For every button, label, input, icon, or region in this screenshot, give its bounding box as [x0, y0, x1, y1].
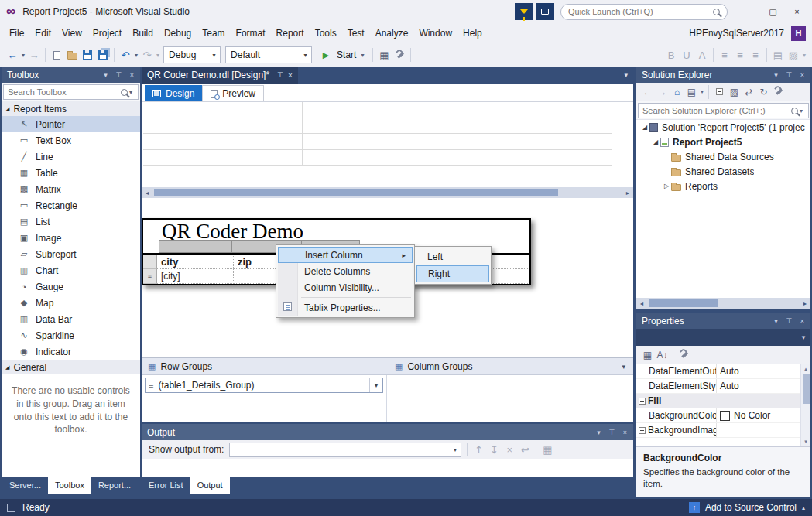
toolbox-item-gauge[interactable]: ◔Gauge [2, 279, 140, 295]
categorized-icon[interactable]: ▦ [640, 347, 655, 363]
collapse-icon[interactable] [639, 398, 646, 405]
bold-icon[interactable]: B [663, 46, 679, 63]
tree-node-reports[interactable]: ▷ Reports [636, 179, 810, 193]
solution-configurations-dropdown[interactable]: Debug ▾ [163, 46, 221, 63]
signed-in-account[interactable]: HPEnvySqlServer2017 [689, 28, 784, 39]
close-icon[interactable]: × [125, 71, 139, 79]
underline-icon[interactable]: U [679, 46, 694, 63]
property-value[interactable]: Auto [716, 364, 800, 378]
toolbox-item-indicator[interactable]: ◉Indicator [2, 343, 140, 360]
document-tab[interactable]: QR Coder Demo.rdl [Design]* ⊤ × [142, 67, 298, 84]
search-options-caret-icon[interactable]: ▾ [798, 108, 804, 114]
toolbox-item-map[interactable]: ◆Map [2, 295, 140, 311]
solution-search-input[interactable] [642, 106, 791, 115]
output-content[interactable] [142, 459, 633, 477]
toolbox-item-list[interactable]: ▤List [2, 214, 140, 230]
toolbox-group-report-items[interactable]: ◢ Report Items [2, 101, 140, 116]
tab-design[interactable]: Design [145, 85, 202, 101]
properties-object-dropdown[interactable]: ▾ [636, 329, 810, 346]
row-handle-details[interactable]: ≡ [143, 269, 157, 284]
alphabetical-sort-icon[interactable]: A↓ [655, 347, 670, 363]
search-options-caret-icon[interactable]: ▾ [128, 89, 134, 96]
undo-icon[interactable]: ↶ [118, 46, 133, 63]
toolbox-item-databar[interactable]: ▥Data Bar [2, 311, 140, 327]
tab-toolbox[interactable]: Toolbox [48, 477, 91, 494]
toolbox-item-subreport[interactable]: ▱Subreport [2, 246, 140, 262]
scrollbar-track[interactable] [647, 298, 800, 309]
quick-launch[interactable] [560, 4, 728, 20]
save-icon[interactable] [80, 46, 95, 63]
collapsed-icon[interactable]: ▷ [662, 183, 671, 190]
next-message-icon[interactable]: ↧ [486, 441, 502, 458]
output-header[interactable]: Output ▾ ⊤ × [142, 424, 633, 440]
account-avatar[interactable]: H [791, 26, 806, 41]
filter-icon[interactable] [515, 3, 533, 20]
scrollbar-thumb[interactable] [803, 374, 810, 404]
pin-icon[interactable]: ⊤ [605, 429, 618, 436]
save-all-icon[interactable] [95, 46, 111, 63]
scrollbar-thumb[interactable] [649, 299, 718, 307]
solution-platforms-dropdown[interactable]: Default ▾ [225, 46, 312, 63]
switch-views-icon[interactable]: ▤ [684, 84, 699, 100]
properties-vertical-scrollbar[interactable]: ▴ ▾ [800, 364, 810, 446]
align-center-icon[interactable]: ≡ [732, 46, 748, 63]
close-icon[interactable]: × [796, 71, 809, 79]
back-icon[interactable]: ← [640, 84, 655, 100]
solution-search[interactable]: ▾ [638, 103, 809, 118]
grouping-options-icon[interactable]: ▾ [622, 363, 633, 371]
find-in-files-icon[interactable]: ▦ [376, 46, 392, 63]
pin-icon[interactable]: ⊤ [112, 71, 125, 79]
menu-item-tablix-properties[interactable]: Tablix Properties... [278, 299, 413, 316]
switch-views-caret-icon[interactable]: ▾ [699, 88, 705, 95]
toolbox-item-image[interactable]: ▣Image [2, 230, 140, 246]
navigate-back-icon[interactable]: ← [5, 46, 20, 63]
tab-output[interactable]: Output [190, 477, 230, 494]
toolbox-item-matrix[interactable]: ▩Matrix [2, 181, 140, 197]
menu-help[interactable]: Help [457, 24, 488, 43]
toolbox-search[interactable]: ▾ [3, 84, 139, 100]
document-overflow-icon[interactable]: ▾ [624, 71, 633, 79]
toolbox-item-rectangle[interactable]: ▭Rectangle [2, 197, 140, 214]
navigate-back-caret-icon[interactable]: ▾ [20, 52, 26, 59]
maximize-button[interactable]: ▢ [761, 2, 785, 22]
tree-node-project[interactable]: ◢ Report Project5 [636, 135, 810, 149]
menu-debug[interactable]: Debug [159, 24, 197, 43]
properties-header[interactable]: Properties ▾ ⊤ × [636, 313, 810, 329]
forward-icon[interactable]: → [655, 84, 670, 100]
previous-message-icon[interactable]: ↥ [471, 441, 486, 458]
scroll-right-icon[interactable]: ► [622, 190, 633, 196]
tab-server-explorer[interactable]: Server... [2, 477, 48, 494]
close-icon[interactable]: × [288, 71, 293, 80]
navigate-forward-icon[interactable]: → [26, 46, 42, 63]
toggle-output-window-icon[interactable]: ▦ [540, 441, 555, 458]
menu-view[interactable]: View [57, 24, 87, 43]
tab-error-list[interactable]: Error List [142, 477, 190, 494]
window-position-icon[interactable]: ▾ [99, 71, 112, 79]
expanded-icon[interactable]: ◢ [651, 138, 660, 145]
row-group-item[interactable]: ≡ (table1_Details_Group) ▾ [145, 378, 383, 393]
feedback-icon[interactable] [536, 3, 554, 20]
undo-caret-icon[interactable]: ▾ [133, 52, 139, 59]
property-category-fill[interactable]: Fill [636, 394, 800, 408]
toolbox-group-general[interactable]: ◢ General [2, 360, 140, 374]
align-right-icon[interactable]: ≡ [748, 46, 763, 63]
menu-item-insert-column[interactable]: Insert Column ▸ [278, 247, 413, 263]
menu-window[interactable]: Window [413, 24, 457, 43]
menu-item-column-visibility[interactable]: Column Visibility... [278, 279, 413, 296]
property-row-dataelementstyle[interactable]: DataElementStyl Auto [636, 379, 800, 394]
menu-report[interactable]: Report [271, 24, 310, 43]
close-icon[interactable]: × [618, 429, 632, 436]
menu-tools[interactable]: Tools [310, 24, 342, 43]
open-file-icon[interactable] [64, 46, 80, 63]
redo-caret-icon[interactable]: ▾ [155, 52, 161, 59]
menu-item-left[interactable]: Left [416, 248, 489, 265]
property-value[interactable] [716, 423, 800, 437]
collapse-all-icon[interactable] [712, 84, 727, 100]
refresh-icon[interactable]: ↻ [756, 84, 771, 100]
show-all-files-icon[interactable]: ▨ [727, 84, 742, 100]
scroll-up-icon[interactable]: ▴ [804, 364, 807, 374]
tab-report-data[interactable]: Report... [91, 477, 138, 494]
toolbar-overflow-icon[interactable]: ▾ [801, 52, 807, 59]
toolbox-item-line[interactable]: ╱Line [2, 149, 140, 165]
menu-analyze[interactable]: Analyze [370, 24, 414, 43]
